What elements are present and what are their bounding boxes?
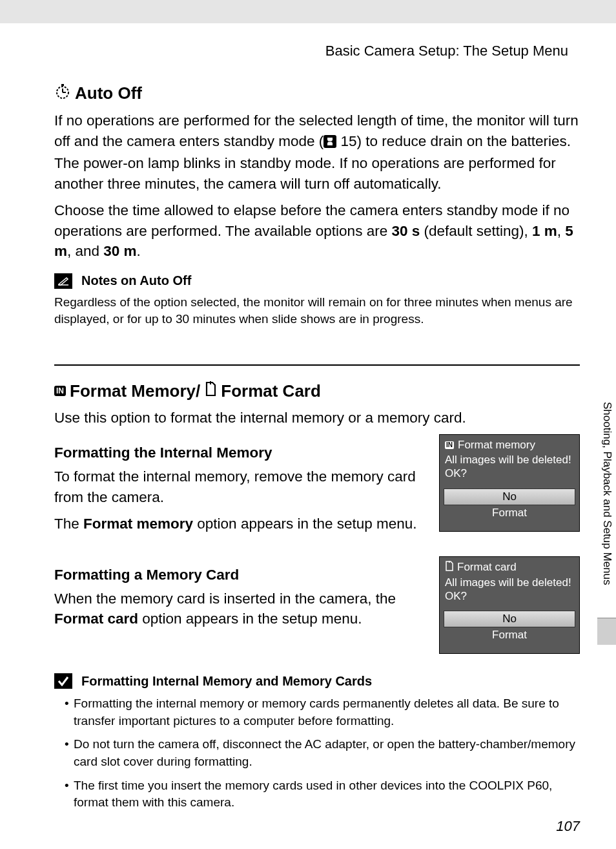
internal-memory-row: Formatting the Internal Memory To format…: [54, 434, 580, 541]
notes-heading-row: Notes on Auto Off: [54, 273, 580, 289]
caution-icon: [54, 673, 72, 689]
auto-off-icon: [54, 83, 71, 104]
notes-heading-text: Notes on Auto Off: [81, 273, 191, 288]
caution-heading-row: Formatting Internal Memory and Memory Ca…: [54, 673, 580, 689]
memory-card-p1: When the memory card is inserted in the …: [54, 589, 424, 629]
notes-body-text: Regardless of the option selected, the m…: [54, 294, 580, 328]
pencil-icon: [54, 273, 72, 289]
notes-auto-off-box: Notes on Auto Off Regardless of the opti…: [54, 273, 580, 328]
svg-rect-4: [323, 135, 336, 148]
card-icon: [204, 381, 217, 401]
format-heading-b: Format Card: [221, 381, 321, 401]
side-tab-label: Shooting, Playback and Setup Menus: [597, 397, 616, 636]
format-heading-a: Format Memory/: [70, 381, 200, 401]
dialog-card-title: Format card: [457, 561, 517, 574]
memory-card-subheading: Formatting a Memory Card: [54, 567, 424, 583]
dialog-memory-title-row: IN Format memory: [440, 435, 579, 453]
caution-box: Formatting Internal Memory and Memory Ca…: [54, 673, 580, 812]
internal-memory-icon-small: IN: [445, 441, 454, 449]
caution-bullet: The first time you insert the memory car…: [65, 777, 580, 812]
section-divider: [54, 364, 580, 366]
auto-off-para2: Choose the time allowed to elapse before…: [54, 200, 580, 262]
internal-memory-subheading: Formatting the Internal Memory: [54, 445, 424, 461]
svg-rect-6: [210, 381, 211, 384]
dialog-card-title-row: Format card: [440, 557, 579, 576]
chapter-header: Basic Camera Setup: The Setup Menu: [54, 43, 568, 59]
dialog-memory-title: Format memory: [458, 439, 535, 452]
caution-bullet: Do not turn the camera off, disconnect t…: [65, 736, 580, 770]
dialog-card-msg: All images will be deleted! OK?: [440, 576, 579, 611]
card-icon-small: [445, 561, 453, 574]
format-card-dialog: Format card All images will be deleted! …: [439, 556, 580, 655]
side-tab-marker: [597, 618, 616, 645]
caution-bullet: Formatting the internal memory or memory…: [65, 695, 580, 729]
dialog-memory-msg: All images will be deleted! OK?: [440, 453, 579, 488]
dialog-memory-format-option[interactable]: Format: [444, 505, 575, 521]
svg-rect-7: [449, 561, 450, 563]
dialog-card-format-option[interactable]: Format: [444, 627, 575, 643]
svg-rect-3: [61, 84, 64, 86]
internal-memory-icon: IN: [54, 386, 66, 396]
format-heading: IN Format Memory/ Format Card: [54, 381, 580, 401]
format-intro: Use this option to format the internal m…: [54, 408, 580, 428]
auto-off-heading: Auto Off: [54, 83, 580, 104]
auto-off-para1: If no operations are performed for the s…: [54, 110, 580, 194]
page-ref-icon: [323, 133, 336, 154]
auto-off-title-text: Auto Off: [75, 83, 142, 103]
dialog-memory-no-option[interactable]: No: [444, 488, 575, 505]
internal-memory-p2: The Format memory option appears in the …: [54, 514, 424, 534]
page-number: 107: [556, 818, 580, 835]
memory-card-row: Formatting a Memory Card When the memory…: [54, 556, 580, 655]
manual-page: Basic Camera Setup: The Setup Menu Auto …: [0, 23, 616, 849]
internal-memory-p1: To format the internal memory, remove th…: [54, 466, 424, 507]
caution-heading-text: Formatting Internal Memory and Memory Ca…: [81, 674, 372, 689]
dialog-card-no-option[interactable]: No: [444, 611, 575, 627]
caution-bullet-list: Formatting the internal memory or memory…: [54, 695, 580, 812]
format-memory-dialog: IN Format memory All images will be dele…: [439, 434, 580, 532]
